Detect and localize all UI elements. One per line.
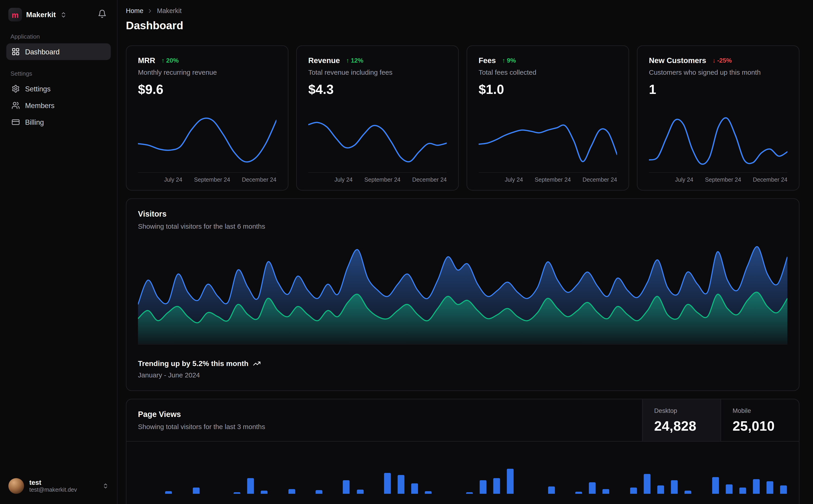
bar bbox=[685, 491, 692, 494]
users-icon bbox=[11, 101, 20, 110]
bar bbox=[247, 478, 254, 494]
tick-label: July 24 bbox=[164, 176, 182, 183]
trend-badge: ↑ 20% bbox=[161, 57, 178, 64]
bar bbox=[753, 479, 760, 494]
bar bbox=[767, 481, 773, 494]
page-views-toggle-mobile[interactable]: Mobile 25,010 bbox=[721, 399, 799, 441]
user-menu[interactable]: test test@makerkit.dev bbox=[6, 475, 111, 497]
bar bbox=[589, 482, 596, 494]
bar bbox=[480, 480, 486, 494]
trend-badge: ↓ -25% bbox=[712, 57, 732, 64]
sidebar-header: m Makerkit bbox=[6, 6, 111, 23]
notifications-button[interactable] bbox=[96, 7, 109, 22]
user-info: test test@makerkit.dev bbox=[29, 479, 77, 493]
bar bbox=[507, 469, 514, 494]
tick-label: July 24 bbox=[505, 176, 523, 183]
tick-label: July 24 bbox=[334, 176, 353, 183]
bar bbox=[644, 474, 651, 494]
user-avatar bbox=[8, 478, 24, 494]
app-root: m Makerkit Application Dashboard Setti bbox=[0, 0, 813, 504]
tick-label: July 24 bbox=[675, 176, 693, 183]
sidebar: m Makerkit Application Dashboard Setti bbox=[0, 0, 117, 504]
page-views-header: Page Views Showing total visitors for th… bbox=[126, 399, 799, 442]
bar bbox=[288, 489, 295, 494]
bar bbox=[671, 480, 678, 494]
bar bbox=[261, 491, 268, 494]
trend-badge: ↑ 12% bbox=[346, 57, 363, 64]
stat-title: MRR bbox=[138, 56, 155, 65]
chevrons-up-down-icon bbox=[102, 483, 109, 489]
tick-label: December 24 bbox=[582, 176, 617, 183]
chevron-right-icon bbox=[147, 8, 153, 14]
bar bbox=[575, 492, 582, 494]
user-name: test bbox=[29, 479, 77, 486]
bar bbox=[425, 491, 432, 494]
trend-change: 9% bbox=[507, 57, 516, 64]
workspace-name: Makerkit bbox=[26, 11, 56, 19]
mrr-sparkline-chart bbox=[138, 111, 276, 173]
trend-change: 12% bbox=[351, 57, 363, 64]
stat-card-fees: Fees ↑ 9% Total fees collected $1.0 July… bbox=[466, 45, 629, 191]
stat-value: $9.6 bbox=[138, 82, 276, 97]
toggle-label: Desktop bbox=[654, 407, 709, 414]
toggle-label: Mobile bbox=[733, 407, 787, 414]
stat-card-mrr: MRR ↑ 20% Monthly recurring revenue $9.6… bbox=[126, 45, 289, 191]
bar bbox=[357, 490, 363, 494]
page-views-bar-chart bbox=[138, 442, 787, 494]
layout-grid-icon bbox=[11, 48, 20, 56]
tick-label: December 24 bbox=[242, 176, 277, 183]
bar bbox=[165, 491, 172, 494]
bar bbox=[712, 477, 719, 494]
tick-label: September 24 bbox=[705, 176, 741, 183]
stat-title: New Customers bbox=[649, 56, 706, 65]
visitors-area-chart bbox=[138, 240, 787, 345]
stat-subtitle: Total revenue including fees bbox=[308, 68, 447, 76]
page-title: Dashboard bbox=[126, 19, 800, 32]
sidebar-item-label: Settings bbox=[25, 85, 50, 93]
bar bbox=[630, 488, 637, 494]
trend-change: -25% bbox=[717, 57, 732, 64]
bar bbox=[493, 478, 500, 494]
sidebar-item-label: Billing bbox=[25, 118, 44, 126]
page-views-toggle-desktop[interactable]: Desktop 24,828 bbox=[642, 399, 721, 441]
chevrons-up-down-icon bbox=[60, 11, 67, 18]
sidebar-item-dashboard[interactable]: Dashboard bbox=[6, 43, 111, 60]
bar bbox=[234, 492, 240, 494]
stat-value: $4.3 bbox=[308, 82, 447, 97]
stat-subtitle: Total fees collected bbox=[479, 68, 617, 76]
bar bbox=[657, 485, 664, 494]
stat-subtitle: Monthly recurring revenue bbox=[138, 68, 276, 76]
workspace-switcher[interactable]: m Makerkit bbox=[8, 8, 67, 21]
stat-subtitle: Customers who signed up this month bbox=[649, 68, 787, 76]
tick-label: December 24 bbox=[753, 176, 787, 183]
app-logo: m bbox=[8, 8, 22, 21]
bar bbox=[192, 488, 199, 494]
stat-value: 1 bbox=[649, 82, 787, 97]
sidebar-item-billing[interactable]: Billing bbox=[6, 114, 111, 130]
breadcrumb-home[interactable]: Home bbox=[126, 7, 143, 15]
bar bbox=[739, 488, 746, 494]
stat-value: $1.0 bbox=[479, 82, 617, 97]
gear-icon bbox=[11, 85, 20, 93]
tick-label: December 24 bbox=[412, 176, 447, 183]
toggle-value: 25,010 bbox=[733, 418, 787, 434]
visitors-title: Visitors bbox=[138, 209, 787, 218]
tick-label: September 24 bbox=[535, 176, 571, 183]
bar bbox=[384, 473, 391, 494]
visitors-date-range: January - June 2024 bbox=[138, 371, 787, 379]
bar bbox=[316, 490, 323, 494]
tick-label: September 24 bbox=[364, 176, 400, 183]
x-axis-ticks: July 24 September 24 December 24 bbox=[649, 176, 787, 183]
visitors-subtitle: Showing total visitors for the last 6 mo… bbox=[138, 222, 787, 230]
tick-label: September 24 bbox=[194, 176, 230, 183]
page-views-subtitle: Showing total visitors for the last 3 mo… bbox=[138, 423, 631, 431]
sidebar-item-settings[interactable]: Settings bbox=[6, 80, 111, 97]
sidebar-item-label: Members bbox=[25, 101, 55, 109]
trending-up-icon bbox=[253, 359, 261, 367]
stat-card-revenue: Revenue ↑ 12% Total revenue including fe… bbox=[296, 45, 459, 191]
x-axis-ticks: July 24 September 24 December 24 bbox=[308, 176, 447, 183]
bar bbox=[602, 489, 609, 494]
sidebar-item-members[interactable]: Members bbox=[6, 97, 111, 114]
trend-arrow-icon: ↑ bbox=[346, 57, 349, 64]
trend-change: 20% bbox=[166, 57, 179, 64]
